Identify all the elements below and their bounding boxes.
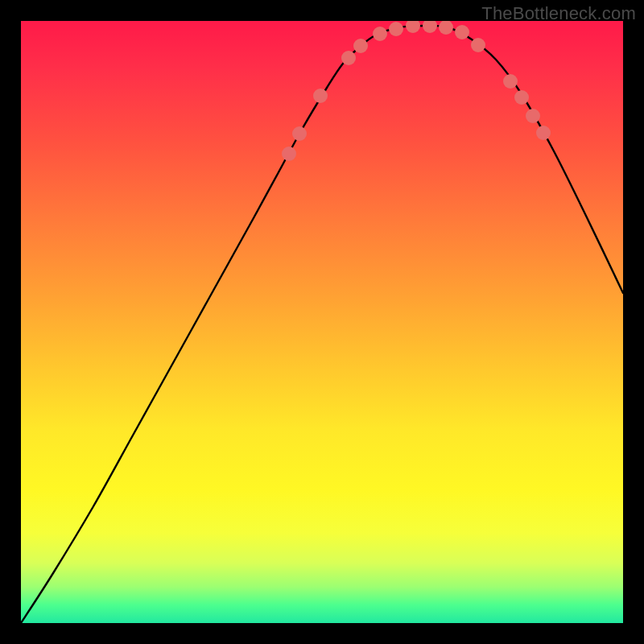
highlight-dot [455,25,469,39]
highlight-dot [282,147,296,161]
highlight-dot [389,22,403,36]
highlight-dot [471,38,485,52]
highlight-dot [526,109,540,123]
highlight-dot [514,90,529,105]
chart-frame: TheBottleneck.com [0,0,644,644]
highlight-dot [439,21,453,35]
highlight-dot [423,21,437,33]
highlight-dot [313,89,328,103]
highlight-dot [353,39,368,53]
highlight-dots [282,21,551,161]
curve-svg [21,21,623,623]
highlight-dot [373,27,387,41]
highlight-dot [341,51,356,65]
plot-area [21,21,623,623]
highlight-dot [503,74,518,89]
highlight-dot [536,126,551,140]
highlight-dot [292,126,307,141]
highlight-dot [406,21,420,33]
